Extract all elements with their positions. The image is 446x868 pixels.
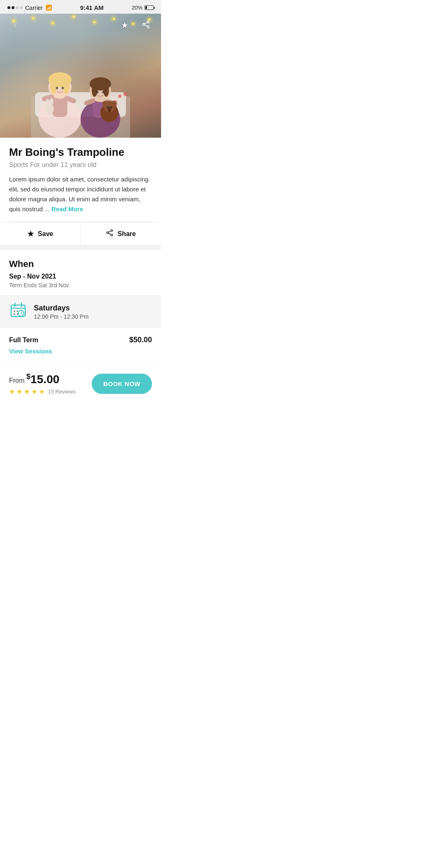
from-label: From bbox=[9, 377, 24, 384]
status-bar: Carrier 📶 9:41 AM 20% bbox=[0, 0, 161, 14]
star-1: ★ bbox=[9, 388, 15, 396]
activity-title: Mr Boing's Trampoline bbox=[9, 146, 152, 159]
hero-children-svg bbox=[23, 30, 138, 138]
signal-dot-1 bbox=[7, 6, 10, 9]
star-4: ★ bbox=[31, 388, 37, 396]
svg-point-58 bbox=[17, 313, 18, 315]
svg-point-18 bbox=[50, 98, 53, 105]
svg-point-37 bbox=[147, 21, 149, 23]
view-sessions-link[interactable]: View Sessions bbox=[9, 348, 52, 355]
section-separator-1 bbox=[0, 246, 161, 250]
svg-point-4 bbox=[123, 93, 127, 96]
svg-point-25 bbox=[96, 91, 99, 93]
svg-point-33 bbox=[107, 106, 109, 109]
svg-point-44 bbox=[107, 232, 109, 234]
svg-point-12 bbox=[56, 87, 58, 89]
activity-description: Lorem ipsum dolor sit amet, consectetur … bbox=[9, 174, 152, 214]
svg-point-42 bbox=[111, 230, 113, 232]
from-amount: $15.00 bbox=[26, 373, 59, 386]
stars-row: ★ ★ ★ ★ ★ 15 Reviews bbox=[9, 388, 76, 396]
signal-dot-2 bbox=[12, 6, 14, 9]
when-heading: When bbox=[9, 259, 152, 269]
back-icon: ‹ bbox=[14, 21, 17, 30]
svg-point-31 bbox=[102, 101, 108, 107]
svg-point-23 bbox=[92, 83, 97, 97]
svg-line-45 bbox=[108, 231, 111, 232]
svg-point-9 bbox=[50, 78, 57, 94]
svg-line-40 bbox=[145, 22, 147, 24]
pricing-label: Full Term bbox=[9, 336, 38, 344]
price-value: 15.00 bbox=[31, 373, 59, 386]
svg-point-56 bbox=[17, 310, 18, 312]
svg-point-55 bbox=[14, 310, 15, 312]
currency-symbol: $ bbox=[26, 372, 31, 380]
svg-point-10 bbox=[63, 78, 69, 94]
battery-icon bbox=[145, 5, 154, 10]
bottom-bar: From $15.00 ★ ★ ★ ★ ★ 15 Reviews BOOK NO… bbox=[0, 365, 161, 405]
main-content: Mr Boing's Trampoline Sports For under 1… bbox=[0, 138, 161, 222]
from-price-wrap: From $15.00 ★ ★ ★ ★ ★ 15 Reviews bbox=[9, 372, 76, 395]
save-button[interactable]: ★ Save bbox=[0, 222, 81, 245]
schedule-icon-wrap bbox=[9, 303, 27, 321]
share-hero-button[interactable] bbox=[139, 18, 154, 33]
svg-point-57 bbox=[14, 313, 15, 315]
from-price-line: From $15.00 bbox=[9, 372, 76, 386]
share-icon bbox=[142, 20, 150, 31]
pricing-section: Full Term $50.00 View Sessions bbox=[0, 328, 161, 362]
svg-line-41 bbox=[145, 25, 147, 26]
svg-line-46 bbox=[108, 233, 111, 234]
battery-body bbox=[145, 5, 154, 10]
svg-point-11 bbox=[62, 73, 68, 80]
svg-point-38 bbox=[147, 26, 149, 28]
star-icon: ★ bbox=[121, 20, 128, 30]
date-range: Sep - Nov 2021 bbox=[9, 273, 152, 280]
activity-subtitle: Sports For under 11 years old bbox=[9, 161, 152, 169]
svg-point-24 bbox=[103, 83, 109, 97]
share-button[interactable]: Share bbox=[81, 222, 161, 245]
share-label: Share bbox=[118, 230, 136, 238]
svg-point-36 bbox=[108, 110, 111, 112]
signal-dot-4 bbox=[20, 6, 23, 9]
svg-point-17 bbox=[46, 99, 49, 106]
pricing-row: Full Term $50.00 bbox=[9, 336, 152, 344]
hero-nav-right: ★ bbox=[117, 18, 154, 33]
hero-nav: ‹ ★ bbox=[0, 18, 161, 33]
svg-point-43 bbox=[111, 234, 113, 236]
schedule-card: Saturdays 12:00 Pm - 12:30 Pm bbox=[0, 295, 161, 328]
save-hero-button[interactable]: ★ bbox=[117, 18, 132, 33]
wifi-icon: 📶 bbox=[45, 5, 52, 11]
status-right: 20% bbox=[132, 5, 154, 11]
hero-image: ‹ ★ bbox=[0, 14, 161, 138]
schedule-info: Saturdays 12:00 Pm - 12:30 Pm bbox=[34, 304, 88, 320]
calendar-clock-icon bbox=[10, 302, 26, 322]
svg-point-3 bbox=[118, 95, 121, 98]
pricing-amount: $50.00 bbox=[129, 336, 152, 344]
svg-point-34 bbox=[110, 106, 112, 109]
svg-point-39 bbox=[143, 23, 145, 25]
svg-point-13 bbox=[62, 87, 64, 89]
when-section: When Sep - Nov 2021 Term Ends Sat 3rd No… bbox=[0, 250, 161, 295]
reviews-count: 15 Reviews bbox=[48, 389, 76, 395]
star-5: ★ bbox=[39, 388, 45, 396]
battery-percent: 20% bbox=[132, 5, 142, 11]
status-left: Carrier 📶 bbox=[7, 5, 52, 11]
term-end: Term Ends Sat 3rd Nov bbox=[9, 282, 152, 289]
signal-dots bbox=[7, 6, 23, 9]
signal-dot-3 bbox=[16, 6, 19, 9]
star-2: ★ bbox=[17, 388, 22, 396]
carrier-label: Carrier bbox=[25, 5, 43, 11]
schedule-time: 12:00 Pm - 12:30 Pm bbox=[34, 313, 88, 320]
save-label: Save bbox=[38, 230, 53, 238]
save-star-icon: ★ bbox=[27, 229, 34, 238]
share-action-icon bbox=[106, 229, 114, 238]
action-row: ★ Save Share bbox=[0, 222, 161, 246]
book-now-button[interactable]: BOOK NOW bbox=[92, 374, 152, 394]
svg-point-32 bbox=[111, 101, 116, 107]
star-3: ★ bbox=[24, 388, 30, 396]
svg-point-26 bbox=[102, 91, 104, 93]
schedule-day: Saturdays bbox=[34, 304, 88, 312]
battery-fill bbox=[145, 6, 147, 9]
clock: 9:41 AM bbox=[80, 4, 104, 11]
read-more-link[interactable]: Read More bbox=[52, 205, 83, 212]
back-button[interactable]: ‹ bbox=[7, 18, 22, 33]
